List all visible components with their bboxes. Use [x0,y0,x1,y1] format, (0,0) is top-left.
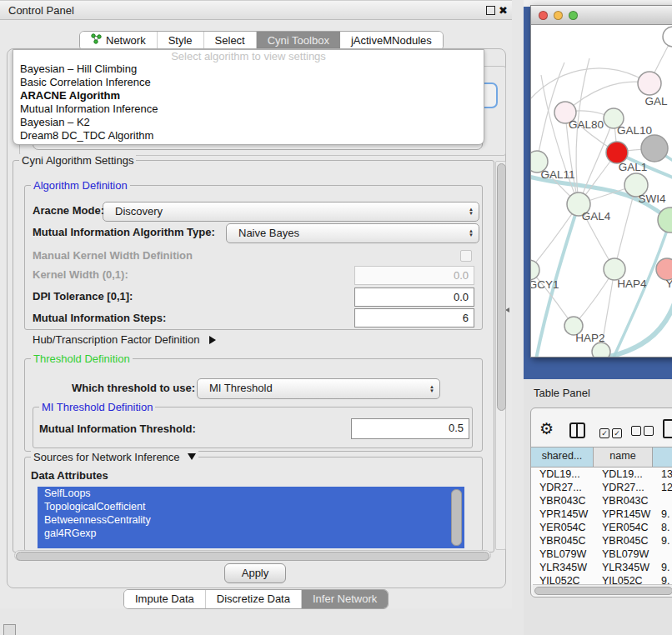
table-cell: 13 [653,468,672,481]
cyni-toolbox-panel: galFiltered.sif default node Select algo… [7,48,506,588]
algorithm-option[interactable]: ARACNE Algorithm [13,89,484,102]
data-tools-tabbar: Impute DataDiscretize DataInfer Network [123,589,389,609]
table-cell: YPR145W [594,508,653,521]
network-graph: GALGAL80GAL10GAL1GAL11SWI4GAL4GCY1HAP4YH… [531,25,672,357]
tab-impute-data[interactable]: Impute Data [124,590,205,608]
mi-threshold-definition-title: MI Threshold Definition [39,401,155,413]
list-scrollbar[interactable] [451,489,462,546]
table-row[interactable]: YDR27...YDR27...12 [531,481,672,494]
table-row[interactable]: YLR345WYLR345W9. [531,561,672,574]
tab-discretize-data[interactable]: Discretize Data [205,590,301,608]
network-edge[interactable] [531,176,672,235]
minimize-traffic-light-icon[interactable] [554,11,563,20]
data-attribute-item[interactable]: BetweennessCentrality [38,513,464,527]
node-gray[interactable] [641,135,668,162]
node-partial-top[interactable] [663,27,672,47]
data-attributes-label: Data Attributes [31,469,108,482]
column-header-shared...[interactable]: shared... [531,448,594,467]
table-cell: YPR145W [531,508,594,521]
table-cell: YBR045C [594,534,653,548]
which-threshold-label: Which threshold to use: [72,382,195,394]
node-table: shared...name YDL19...YDL19...13YDR27...… [531,447,672,585]
table-cell: YLR345W [594,561,653,574]
tab-cyni-toolbox[interactable]: Cyni Toolbox [256,32,340,50]
column-header-partial[interactable] [653,448,672,467]
table-cell: 8. [653,521,672,534]
table-cell: 9. [653,508,672,521]
node-gal4-label: GAL4 [582,210,611,222]
horizontal-scrollbar[interactable] [14,550,491,561]
table-row[interactable]: YBL079WYBL079W [531,548,672,561]
network-canvas[interactable]: GALGAL80GAL10GAL1GAL11SWI4GAL4GCY1HAP4YH… [531,25,672,357]
kernel-width-label: Kernel Width (0,1): [33,268,128,281]
node-gal1-label: GAL1 [619,161,648,173]
node-gcy1[interactable] [531,260,539,280]
algorithm-option[interactable]: Mutual Information Inference [13,102,484,116]
select-all-checkboxes-icon[interactable]: ✓✓ [599,426,624,438]
apply-button[interactable]: Apply [224,563,286,583]
mi-threshold-label: Mutual Information Threshold: [39,422,196,435]
tab-select[interactable]: Select [203,32,256,50]
table-cell: YBL079W [594,548,653,561]
export-table-icon[interactable] [663,419,672,438]
table-horizontal-scrollbar[interactable] [533,584,672,595]
table-row[interactable]: YBR045CYBR045C9. [531,534,672,548]
table-row[interactable]: YPR145WYPR145W9. [531,508,672,521]
data-attribute-item[interactable]: SelfLoops [38,487,464,500]
tab-style[interactable]: Style [157,32,203,50]
data-attribute-item[interactable]: gal4RGexp [38,527,464,540]
sources-title[interactable]: Sources for Network Inference [31,451,198,463]
close-icon[interactable]: ✖ [499,1,508,20]
zoom-traffic-light-icon[interactable] [569,11,578,20]
algorithm-dropdown-list: Bayesian – Hill ClimbingBasic Correlatio… [13,62,484,142]
tab-jactivemnodules[interactable]: jActiveMNodules [340,32,443,50]
network-edge[interactable] [614,185,636,269]
network-view-window[interactable]: GALGAL80GAL10GAL1GAL11SWI4GAL4GCY1HAP4YH… [530,5,672,358]
network-edge[interactable] [565,82,649,112]
tab-infer-network[interactable]: Infer Network [301,590,388,608]
corner-grip-icon [3,624,16,635]
tab-network[interactable]: Network [80,32,157,50]
table-row[interactable]: YER054CYER054C8. [531,521,672,534]
data-attributes-list[interactable]: SelfLoopsTopologicalCoefficientBetweenne… [38,487,464,548]
node-gal80-label: GAL80 [569,118,604,131]
columns-icon[interactable] [569,422,585,438]
table-cell: YBR043C [531,494,594,508]
node-gal[interactable] [638,72,661,95]
network-edge[interactable] [531,68,649,104]
scrollbar-thumb[interactable] [16,552,489,561]
table-cell [653,494,672,508]
gear-icon[interactable]: ⚙ [539,421,554,437]
table-cell: YDR27... [531,481,594,494]
chevron-right-icon [209,336,216,344]
manual-kernel-width-checkbox[interactable] [460,250,472,262]
table-row[interactable]: YBR043CYBR043C [531,494,672,508]
algorithm-option[interactable]: Bayesian – K2 [13,116,484,129]
hub-definition-toggle[interactable]: Hub/Transcription Factor Definition [33,333,216,346]
deselect-all-checkboxes-icon[interactable] [631,426,656,438]
algorithm-option[interactable]: Dream8 DC_TDC Algorithm [13,129,484,142]
float-window-icon[interactable] [486,6,495,15]
algorithm-option[interactable]: Bayesian – Hill Climbing [13,62,484,76]
close-traffic-light-icon[interactable] [539,11,548,20]
mi-steps-label: Mutual Information Steps: [33,312,166,324]
node-gal10-label: GAL10 [617,124,652,137]
scrollbar-thumb[interactable] [497,163,506,411]
table-cell: YDL19... [594,468,653,481]
node-partial-bottom[interactable] [592,342,610,357]
algorithm-option[interactable]: Basic Correlation Inference [13,76,484,89]
control-panel-title: Control Panel [8,4,74,17]
algorithm-definition-title: Algorithm Definition [31,179,130,192]
vertical-scrollbar[interactable] [495,161,506,550]
aracne-mode-label: Aracne Mode: [33,204,104,217]
table-body: YDL19...YDL19...13YDR27...YDR27...12YBR0… [531,468,672,585]
column-header-name[interactable]: name [594,448,653,467]
node-y-label: Y [665,278,672,290]
scrollbar-thumb[interactable] [534,587,672,595]
algorithm-dropdown-popup: Select algorithm to view settings Bayesi… [13,49,484,145]
cyni-algorithm-settings-title: Cyni Algorithm Settings [19,154,136,167]
data-attribute-item[interactable]: TopologicalCoefficient [38,500,464,513]
network-window-titlebar[interactable] [531,6,672,25]
table-row[interactable]: YDL19...YDL19...13 [531,468,672,481]
application-root: Control Panel ✖ NetworkStyleSelectCyni T… [0,0,672,635]
